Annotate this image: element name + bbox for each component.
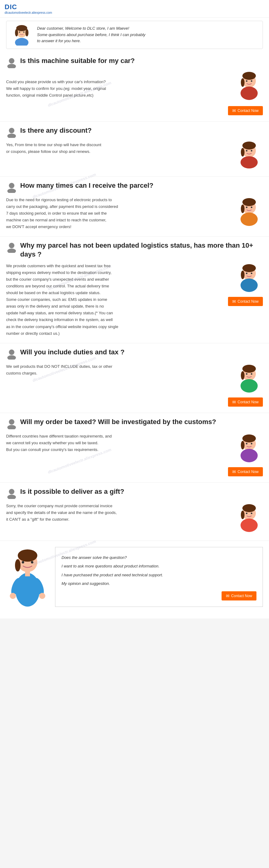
contact-btn-footer-label: Contact Now — [231, 594, 252, 598]
user-icon-5 — [6, 348, 17, 360]
svg-point-60 — [242, 504, 256, 512]
svg-point-63 — [251, 513, 252, 514]
svg-point-73 — [39, 593, 45, 599]
svg-point-30 — [246, 207, 247, 208]
section-2-body: Yes, From time to time our shop will hav… — [6, 142, 263, 170]
svg-point-67 — [22, 561, 24, 563]
section-6-header: Will my order be taxed? Will be investig… — [6, 417, 263, 429]
section-3-title: How many times can I receive the parcel? — [20, 181, 153, 190]
section-2-header: Is there any discount? — [6, 126, 263, 138]
feedback-box-footer: ✉ Contact Now — [61, 591, 257, 600]
user-icon-6 — [6, 418, 17, 429]
svg-point-65 — [18, 550, 37, 562]
section-7-right — [235, 503, 263, 534]
section-2: Is there any discount? Yes, From time to… — [0, 122, 269, 177]
mail-icon-4: ✉ — [232, 299, 236, 304]
section-1-header: Is this machine suitable for my car? — [6, 57, 263, 68]
svg-point-7 — [23, 31, 25, 33]
svg-point-37 — [241, 271, 244, 279]
section-3-body: Due to the need for rigorous testing of … — [6, 196, 263, 230]
contact-btn-6[interactable]: ✉ Contact Now — [228, 467, 263, 476]
svg-point-16 — [9, 128, 14, 133]
user-icon-1 — [6, 57, 17, 68]
section-6-answer: Different countries have different taxat… — [6, 433, 225, 453]
section-1-answer: Could you please provide us with your ca… — [6, 72, 225, 99]
section-7-answer: Sorry, the courier company must provide … — [6, 503, 232, 523]
logo-text: DIC — [5, 3, 52, 11]
feedback-line-2: I want to ask more questions about produ… — [61, 562, 257, 571]
svg-point-9 — [7, 64, 16, 68]
feedback-area: Does the answer solve the question? I wa… — [55, 547, 263, 607]
svg-point-49 — [7, 425, 16, 429]
svg-point-72 — [10, 593, 16, 599]
svg-point-44 — [242, 365, 256, 373]
svg-point-61 — [241, 510, 244, 519]
user-icon-2 — [6, 127, 17, 138]
svg-point-52 — [242, 434, 256, 442]
feedback-box: Does the answer solve the question? I wa… — [55, 547, 263, 607]
user-icon-4 — [6, 242, 17, 253]
svg-point-57 — [7, 495, 16, 499]
section-2-right — [235, 142, 263, 170]
avatar-5 — [235, 363, 263, 395]
svg-point-69 — [15, 573, 40, 607]
svg-point-19 — [241, 156, 258, 168]
section-2-answer: Yes, From time to time our shop will hav… — [6, 142, 232, 155]
contact-btn-5[interactable]: ✉ Contact Now — [228, 398, 263, 407]
footer-section: Does the answer solve the question? I wa… — [0, 541, 269, 619]
section-5-answer: We sell products that DO NOT INCLUDE dut… — [6, 363, 225, 377]
section-4: Why my parcel has not been updated logis… — [0, 237, 269, 343]
mail-icon-5: ✉ — [232, 400, 236, 404]
svg-point-6 — [19, 31, 20, 33]
store-url: dlcautomotiveelectr.aliexpress.com — [5, 11, 52, 14]
footer-avatar — [6, 547, 49, 609]
svg-point-8 — [9, 58, 14, 64]
svg-point-66 — [15, 559, 21, 571]
svg-point-23 — [251, 150, 252, 152]
svg-point-17 — [7, 134, 16, 138]
welcome-text: Dear customer, Welcome to DLC store, I a… — [37, 25, 145, 44]
svg-point-20 — [242, 142, 256, 150]
user-icon-3 — [6, 182, 17, 193]
section-6-title: Will my order be taxed? Will be investig… — [20, 417, 216, 427]
section-3-answer: Due to the need for rigorous testing of … — [6, 196, 232, 230]
section-4-body: We provide customers with the quickest a… — [6, 262, 263, 337]
section-3: How many times can I receive the parcel?… — [0, 177, 269, 237]
svg-point-32 — [9, 243, 14, 248]
section-5-title: Will you include duties and tax ? — [20, 348, 124, 357]
section-1-body: Could you please provide us with your ca… — [6, 72, 263, 115]
svg-point-41 — [7, 355, 16, 360]
contact-btn-1[interactable]: ✉ Contact Now — [228, 106, 263, 115]
welcome-banner: Dear customer, Welcome to DLC store, I a… — [6, 21, 263, 49]
svg-point-3 — [16, 25, 27, 31]
contact-btn-footer[interactable]: ✉ Contact Now — [221, 591, 257, 600]
section-6-right: ✉ Contact Now — [228, 433, 263, 476]
svg-point-24 — [9, 183, 14, 188]
mail-icon-1: ✉ — [232, 108, 236, 113]
mail-icon-6: ✉ — [232, 469, 236, 474]
svg-point-15 — [251, 81, 252, 82]
section-4-header: Why my parcel has not been updated logis… — [6, 241, 263, 259]
section-4-title: Why my parcel has not been updated logis… — [20, 241, 263, 259]
section-7-title: Is it possible to deliver as a gift? — [20, 487, 124, 496]
svg-point-11 — [241, 87, 258, 100]
feedback-line-1: Does the answer solve the question? — [61, 553, 257, 562]
header-logo: DIC dlcautomotiveelectr.aliexpress.com — [5, 3, 52, 14]
user-icon-7 — [6, 488, 17, 499]
svg-point-33 — [7, 249, 16, 253]
svg-point-21 — [241, 148, 244, 157]
section-7: Is it possible to deliver as a gift? Sor… — [0, 483, 269, 541]
section-5: Will you include duties and tax ? We sel… — [0, 343, 269, 413]
mail-icon-footer: ✉ — [226, 593, 230, 598]
feedback-line-4: My opinion and suggestion. — [61, 579, 257, 588]
contact-btn-4[interactable]: ✉ Contact Now — [228, 297, 263, 306]
welcome-avatar-svg — [11, 24, 32, 45]
feedback-line-3: I have purchased the product and need te… — [61, 571, 257, 580]
svg-point-39 — [251, 272, 252, 274]
svg-point-22 — [246, 150, 247, 152]
avatar-4 — [235, 262, 263, 294]
section-4-right: ✉ Contact Now — [228, 262, 263, 306]
contact-btn-4-label: Contact Now — [237, 299, 259, 304]
svg-point-36 — [242, 264, 256, 272]
svg-point-46 — [246, 373, 247, 375]
